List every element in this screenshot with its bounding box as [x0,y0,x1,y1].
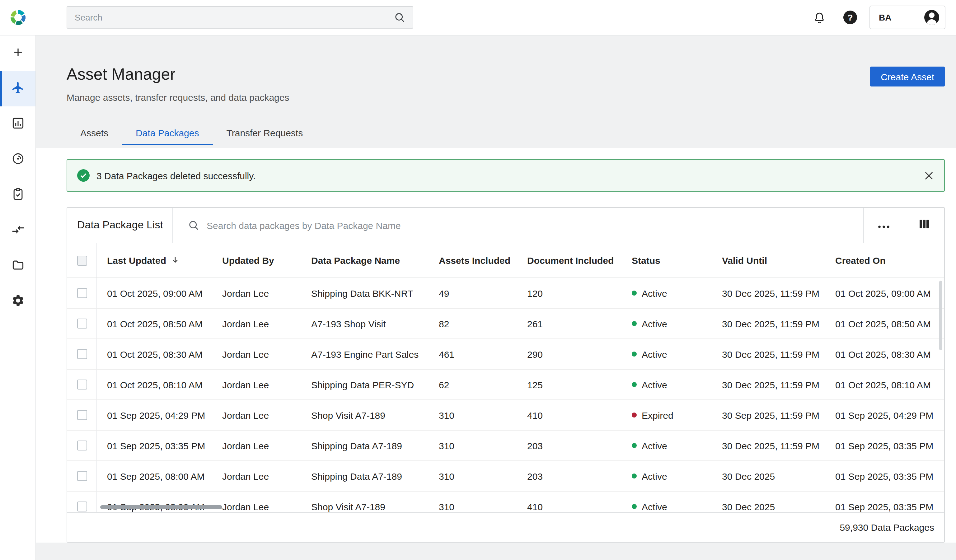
cell-assets-included: 310 [429,501,517,512]
cell-valid-until: 30 Dec 2025, 11:59 PM [712,288,825,298]
table-row: 01 Sep 2025, 08:00 AM Jordan Lee Shippin… [67,461,944,491]
cell-assets-included: 310 [429,440,517,451]
row-checkbox-cell [67,431,97,460]
tab-assets[interactable]: Assets [67,121,122,145]
select-all-cell [67,243,97,278]
cell-created-on: 01 Sep 2025, 04:29 PM [825,410,944,420]
bell-icon[interactable] [813,11,826,24]
plus-icon [11,45,25,61]
status-label: Active [642,349,667,359]
sidebar-item-analytics[interactable] [0,107,36,142]
sidebar-item-add[interactable] [0,36,36,71]
cell-updated-by: Jordan Lee [212,318,301,329]
status-label: Active [642,471,667,481]
col-status[interactable]: Status [622,255,712,266]
cell-assets-included: 62 [429,379,517,390]
app-logo-icon[interactable] [9,9,27,26]
tab-data-packages[interactable]: Data Packages [122,121,212,145]
close-icon[interactable] [925,171,933,179]
col-data-package-name[interactable]: Data Package Name [301,255,429,266]
column-settings-button[interactable] [904,208,944,243]
total-count: 59,930 Data Packages [840,522,934,533]
cell-valid-until: 30 Dec 2025, 11:59 PM [712,349,825,359]
col-label: Last Updated [107,255,166,266]
row-checkbox[interactable] [77,318,87,329]
sidebar-item-tasks[interactable] [0,177,36,213]
table-row: 01 Oct 2025, 08:30 AM Jordan Lee A7-193 … [67,339,944,370]
horizontal-scrollbar-thumb[interactable] [100,505,222,509]
help-icon[interactable] [843,11,857,24]
row-checkbox[interactable] [77,471,87,481]
cell-created-on: 01 Sep 2025, 03:35 PM [825,471,944,481]
row-checkbox[interactable] [77,441,87,450]
table-row: 01 Oct 2025, 08:50 AM Jordan Lee A7-193 … [67,309,944,339]
col-assets-included[interactable]: Assets Included [429,255,517,266]
create-asset-button[interactable]: Create Asset [870,67,945,86]
cell-assets-included: 82 [429,318,517,329]
folder-icon [11,258,25,274]
data-package-list-card: Data Package List [67,207,945,543]
cell-last-updated: 01 Oct 2025, 09:00 AM [97,288,212,298]
cell-created-on: 01 Oct 2025, 08:50 AM [825,318,944,329]
user-menu[interactable]: BA [870,6,945,29]
sidebar-item-tracking[interactable] [0,142,36,177]
cell-valid-until: 30 Dec 2025, 11:59 PM [712,318,825,329]
global-search-input[interactable] [67,7,394,28]
list-title: Data Package List [77,219,163,231]
row-checkbox[interactable] [77,380,87,389]
cell-valid-until: 30 Dec 2025 [712,471,825,481]
col-last-updated[interactable]: Last Updated [97,255,212,266]
col-updated-by[interactable]: Updated By [212,255,301,266]
more-options-button[interactable] [864,208,904,243]
cell-package-name: Shipping Data A7-189 [301,440,429,451]
cell-status: Active [622,440,712,451]
cell-status: Active [622,379,712,390]
row-checkbox-cell [67,278,97,308]
tab-transfer-requests[interactable]: Transfer Requests [213,121,317,145]
status-label: Active [642,440,667,451]
status-dot [632,504,637,509]
row-checkbox[interactable] [77,288,87,298]
list-search-input[interactable] [199,220,863,231]
search-icon[interactable] [394,12,405,23]
col-created-on[interactable]: Created On [825,255,944,266]
more-options-icon [878,220,889,231]
vertical-scrollbar-thumb[interactable] [939,281,942,350]
status-label: Active [642,379,667,390]
cell-created-on: 01 Oct 2025, 08:10 AM [825,379,944,390]
content-panel: 3 Data Packages deleted successfully. Da… [36,148,956,543]
row-checkbox[interactable] [77,502,87,511]
topbar: BA [0,0,956,36]
col-valid-until[interactable]: Valid Until [712,255,825,266]
status-dot [632,413,637,417]
gear-icon [11,293,25,309]
row-checkbox[interactable] [77,410,87,420]
transfer-arrows-icon [11,223,25,238]
cell-last-updated: 01 Oct 2025, 08:30 AM [97,349,212,359]
row-checkbox-cell [67,400,97,430]
sort-desc-icon [171,255,179,266]
cell-last-updated: 01 Sep 2025, 03:35 PM [97,440,212,451]
cell-created-on: 01 Sep 2025, 03:35 PM [825,440,944,451]
cell-documents-included: 410 [517,410,622,420]
col-document-included[interactable]: Document Included [517,255,622,266]
cell-valid-until: 30 Dec 2025, 11:59 PM [712,379,825,390]
sidebar-item-files[interactable] [0,248,36,284]
cell-updated-by: Jordan Lee [212,440,301,451]
list-header: Data Package List [67,208,944,243]
radar-icon [11,152,25,168]
cell-updated-by: Jordan Lee [212,410,301,420]
cell-last-updated: 01 Sep 2025, 04:29 PM [97,410,212,420]
cell-documents-included: 203 [517,440,622,451]
sidebar-item-transfers[interactable] [0,213,36,248]
sidebar-item-assets[interactable] [0,71,36,107]
cell-package-name: Shipping Data A7-189 [301,471,429,481]
sidebar-item-settings[interactable] [0,284,36,319]
row-checkbox[interactable] [77,349,87,359]
column-settings-icon [919,219,929,231]
table-row: 01 Sep 2025, 08:00 AM Jordan Lee Shop Vi… [67,491,944,512]
cell-documents-included: 203 [517,471,622,481]
cell-status: Active [622,349,712,359]
select-all-checkbox[interactable] [77,256,87,265]
cell-package-name: A7-193 Engine Part Sales [301,349,429,359]
